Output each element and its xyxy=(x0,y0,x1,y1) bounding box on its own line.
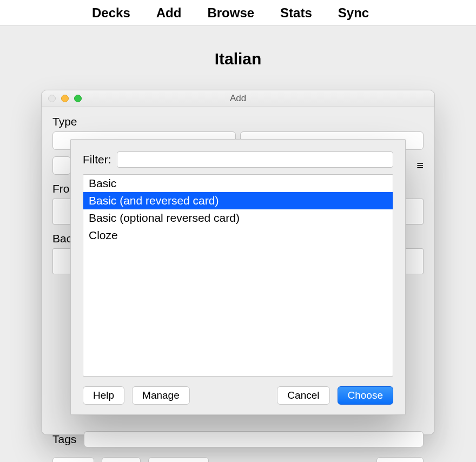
list-item[interactable]: Basic (optional reversed card) xyxy=(83,209,393,227)
manage-button[interactable]: Manage xyxy=(132,386,190,405)
type-label: Type xyxy=(52,115,424,128)
main-menu: Decks Add Browse Stats Sync xyxy=(0,0,476,26)
fields-button[interactable] xyxy=(52,156,71,175)
hamburger-icon[interactable]: ≡ xyxy=(416,159,424,173)
filter-input[interactable] xyxy=(117,151,394,168)
note-type-list: Basic Basic (and reversed card) Basic (o… xyxy=(83,174,393,377)
filter-label: Filter: xyxy=(83,153,111,166)
note-type-chooser: Filter: Basic Basic (and reversed card) … xyxy=(70,139,406,415)
list-item[interactable]: Cloze xyxy=(83,227,393,244)
menu-sync[interactable]: Sync xyxy=(338,5,369,21)
main-area: Italian Add Type ≡ Front Back xyxy=(0,26,476,462)
list-item[interactable]: Basic (and reversed card) xyxy=(83,192,393,209)
menu-decks[interactable]: Decks xyxy=(92,5,130,21)
titlebar: Add xyxy=(42,90,434,107)
add-button[interactable]: Add xyxy=(102,457,141,462)
chooser-help-button[interactable]: Help xyxy=(83,386,124,405)
deck-title: Italian xyxy=(0,50,476,68)
cancel-button[interactable]: Cancel xyxy=(277,386,329,405)
tags-label: Tags xyxy=(52,433,76,446)
tags-input[interactable] xyxy=(84,431,424,447)
menu-stats[interactable]: Stats xyxy=(280,5,312,21)
close-button[interactable]: Close xyxy=(376,457,424,462)
menu-add[interactable]: Add xyxy=(156,5,182,21)
choose-button[interactable]: Choose xyxy=(338,386,394,405)
menu-browse[interactable]: Browse xyxy=(207,5,254,21)
list-item[interactable]: Basic xyxy=(83,175,393,192)
window-title: Add xyxy=(42,93,434,104)
history-button[interactable]: History ▾ xyxy=(148,457,209,462)
help-button[interactable]: Help xyxy=(52,457,94,462)
